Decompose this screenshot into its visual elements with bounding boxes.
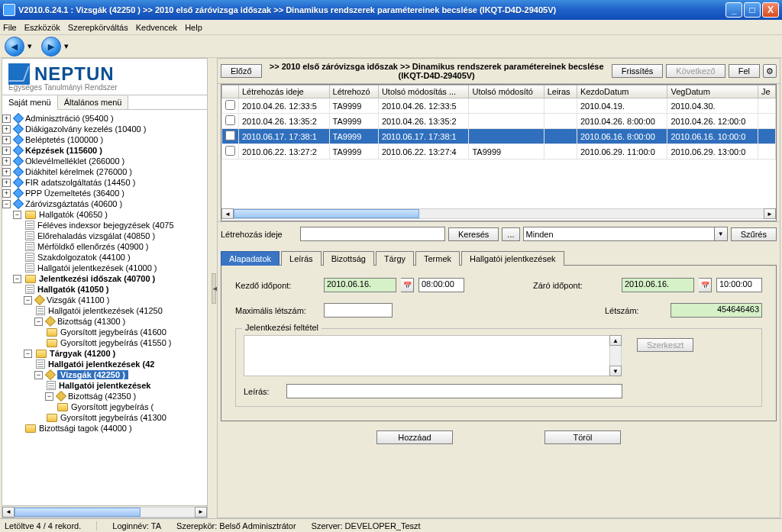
sidebar-tab-altalanos[interactable]: Általános menü	[58, 95, 129, 109]
tree-item[interactable]: Gyorsított jegybeírás (41300	[60, 413, 166, 422]
tree-item[interactable]: Féléves indexsor bejegyzések (4075	[37, 221, 174, 230]
tree-item-selected[interactable]: Vizsgák (42250 )	[57, 370, 128, 379]
collapse-icon[interactable]: −	[34, 318, 43, 326]
nav-back-dropdown[interactable]: ▾	[27, 41, 32, 51]
col-header[interactable]: Létrehozás ideje	[239, 85, 330, 98]
tree-item[interactable]: Adminisztráció (95400 )	[25, 114, 114, 123]
tree-item[interactable]: Diákhitel kérelmek (276000 )	[25, 167, 132, 176]
collapse-icon[interactable]: −	[24, 296, 32, 305]
expand-icon[interactable]: +	[2, 136, 11, 144]
tree-item[interactable]: Hallgatók (41050 )	[37, 285, 109, 294]
scroll-up-icon[interactable]: ▲	[609, 335, 622, 346]
tree-item[interactable]: Hallgatói jelentkezések (41250	[48, 306, 163, 315]
scroll-right-icon[interactable]: ►	[195, 507, 207, 517]
tree-item[interactable]: Záróvizsgáztatás (40600 )	[25, 199, 122, 208]
filter-combo-input[interactable]	[523, 227, 715, 241]
col-header[interactable]: Létrehozó	[329, 85, 378, 98]
tab-alapadatok[interactable]: Alapadatok	[221, 251, 280, 266]
expand-icon[interactable]: +	[2, 147, 11, 155]
up-button[interactable]: Fel	[729, 64, 760, 78]
scroll-thumb[interactable]	[234, 209, 419, 218]
menu-help[interactable]: Help	[185, 23, 202, 32]
col-header[interactable]: KezdoDatum	[577, 85, 667, 98]
table-row-selected[interactable]: 2010.06.17. 17:38:1TA99992010.06.17. 17:…	[222, 129, 776, 144]
table-row[interactable]: 2010.06.22. 13:27:2TA99992010.06.22. 13:…	[222, 144, 776, 160]
scroll-left-icon[interactable]: ◄	[2, 507, 15, 517]
row-checkbox[interactable]	[225, 115, 235, 125]
nav-back-button[interactable]: ◄	[5, 37, 24, 56]
grid-hscrollbar[interactable]: ◄ ►	[221, 208, 776, 221]
table-row[interactable]: 2010.04.26. 12:33:5TA99992010.04.26. 12:…	[222, 98, 776, 114]
collapse-icon[interactable]: −	[13, 211, 21, 219]
scroll-down-icon[interactable]: ▼	[609, 366, 622, 376]
delete-button[interactable]: Töröl	[544, 430, 621, 444]
expand-icon[interactable]: +	[2, 189, 11, 198]
expand-icon[interactable]: +	[2, 168, 11, 176]
tree-hscrollbar[interactable]: ◄ ►	[2, 505, 207, 517]
tab-leiras[interactable]: Leírás	[281, 251, 322, 266]
nav-forward-dropdown[interactable]: ▾	[64, 41, 69, 51]
search-more-button[interactable]: ...	[502, 227, 519, 241]
feltetel-textarea[interactable]	[244, 335, 610, 376]
refresh-button[interactable]: Frissítés	[612, 64, 664, 78]
leiras-input[interactable]	[286, 384, 622, 398]
kezdo-time-input[interactable]: 08:00:00	[418, 278, 464, 292]
tree-item[interactable]: PPP Üzemeltetés (36400 )	[25, 189, 124, 198]
sidebar-tab-sajat[interactable]: Saját menü	[2, 95, 58, 110]
filter-button[interactable]: Szűrés	[731, 227, 777, 241]
search-input[interactable]	[300, 227, 445, 241]
col-check[interactable]	[222, 85, 239, 98]
collapse-icon[interactable]: −	[24, 350, 32, 358]
tree-item[interactable]: Oklevélmelléklet (266000 )	[25, 156, 124, 166]
tree-item[interactable]: Mérföldkő ellenőrzés (40900 )	[37, 242, 149, 251]
textarea-scrollbar[interactable]: ▲ ▼	[609, 335, 622, 376]
expand-icon[interactable]: +	[2, 179, 11, 187]
collapse-icon[interactable]: −	[13, 275, 21, 283]
tree-item[interactable]: Előrehaladás vizsgálat (40850 )	[37, 231, 155, 240]
menu-eszkozok[interactable]: Eszközök	[24, 23, 60, 32]
tree-item[interactable]: Bizottság (42350 )	[68, 392, 136, 401]
tree-item[interactable]: Hallgatói jelentkezések (41000 )	[37, 263, 157, 272]
collapse-icon[interactable]: −	[45, 392, 53, 401]
col-header[interactable]: Utolsó módosító	[469, 85, 544, 98]
tree-item[interactable]: Gyorsított jegybeírás (	[71, 402, 153, 411]
col-header[interactable]: Utolsó módosítás ...	[378, 85, 469, 98]
filter-combo[interactable]: ▼	[523, 227, 728, 241]
tree-item[interactable]: FIR adatszolgáltatás (14450 )	[25, 178, 135, 187]
row-checkbox[interactable]	[225, 131, 235, 140]
menu-szerepkor[interactable]: Szerepkörváltás	[68, 23, 128, 32]
splitter[interactable]	[211, 58, 217, 518]
prev-button[interactable]: Előző	[221, 64, 262, 78]
tab-termek[interactable]: Termek	[415, 251, 460, 266]
nav-forward-button[interactable]: ►	[41, 37, 61, 56]
szerkeszt-button[interactable]: Szerkeszt	[637, 338, 693, 352]
expand-icon[interactable]: +	[2, 157, 11, 166]
row-checkbox[interactable]	[225, 146, 235, 156]
tree-item[interactable]: Bizottsági tagok (44000 )	[39, 424, 132, 433]
maximize-button[interactable]: □	[744, 2, 761, 18]
col-header[interactable]: Leiras	[544, 85, 577, 98]
tree-item[interactable]: Tárgyak (41200 )	[50, 349, 115, 358]
kezdo-date-input[interactable]: 2010.06.16.	[324, 278, 396, 292]
nav-tree[interactable]: +Adminisztráció (95400 ) +Diákigazolvány…	[2, 110, 207, 505]
calendar-icon[interactable]: 📅	[699, 278, 712, 292]
dropdown-icon[interactable]: ▼	[715, 227, 728, 241]
collapse-icon[interactable]: −	[2, 200, 11, 208]
tree-item[interactable]: Gyorsított jegybeírás (41600	[60, 327, 166, 337]
tree-item[interactable]: Beléptetés (100000 )	[25, 135, 103, 144]
expand-icon[interactable]: +	[2, 125, 11, 134]
collapse-icon[interactable]: −	[34, 371, 43, 379]
scroll-left-icon[interactable]: ◄	[221, 208, 234, 219]
tree-item[interactable]: Hallgatói jelentkezések	[59, 381, 150, 390]
close-button[interactable]: X	[762, 2, 779, 18]
col-header[interactable]: Je	[758, 85, 776, 98]
tree-item[interactable]: Szakdolgozatok (44100 )	[37, 253, 131, 262]
expand-icon[interactable]: +	[2, 114, 11, 123]
tab-hallgatoi[interactable]: Hallgatói jelentkezések	[461, 251, 564, 266]
settings-icon[interactable]: ⚙	[763, 64, 777, 78]
tree-item[interactable]: Hallgatók (40650 )	[39, 210, 108, 219]
scroll-right-icon[interactable]: ►	[764, 208, 776, 219]
menu-kedvencek[interactable]: Kedvencek	[136, 23, 177, 32]
next-button[interactable]: Következő	[666, 64, 725, 78]
menu-file[interactable]: File	[3, 23, 17, 32]
